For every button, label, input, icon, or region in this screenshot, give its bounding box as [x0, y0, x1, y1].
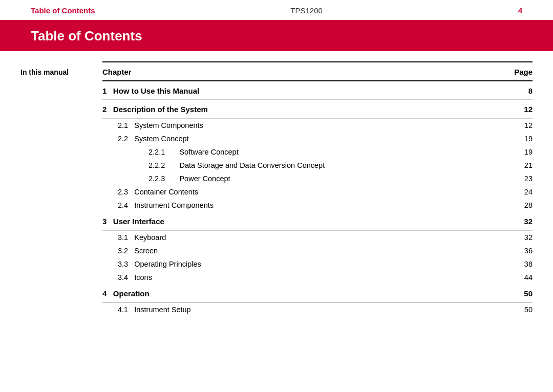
ch2-2-1-title: 2.2.1 Software Concept [102, 148, 239, 156]
ch3-2-title: 3.2 Screen [102, 247, 158, 255]
ch2-1-page: 12 [512, 121, 533, 129]
ch2-2-3-title: 2.2.3 Power Concept [102, 175, 230, 183]
ch3-1-page: 32 [512, 233, 533, 242]
ch2-2-1-page: 19 [512, 148, 533, 156]
toc-entry-ch2[interactable]: 2 Description of the System 12 [102, 100, 533, 118]
toc-entry-ch3-2[interactable]: 3.2 Screen 36 [102, 244, 533, 257]
toc-entry-ch2-3[interactable]: 2.3 Container Contents 24 [102, 185, 533, 199]
ch1-title: 1 How to Use this Manual [102, 86, 199, 95]
ch4-1-page: 50 [512, 306, 533, 314]
toc-entry-ch2-4[interactable]: 2.4 Instrument Components 28 [102, 199, 533, 212]
toc-entry-ch1[interactable]: 1 How to Use this Manual 8 [102, 81, 533, 100]
ch3-4-page: 44 [512, 273, 533, 281]
ch2-2-3-page: 23 [512, 175, 533, 183]
toc-table: Chapter Page 1 How to Use this Manual 8 … [102, 51, 533, 316]
ch2-3-page: 24 [512, 188, 533, 196]
header-center: TPS1200 [290, 6, 323, 15]
toc-entry-ch3-3[interactable]: 3.3 Operating Principles 38 [102, 257, 533, 271]
toc-entry-ch3-1[interactable]: 3.1 Keyboard 32 [102, 231, 533, 244]
ch3-3-title: 3.3 Operating Principles [102, 260, 201, 268]
toc-entry-ch2-1[interactable]: 2.1 System Components 12 [102, 119, 533, 132]
chapter4-group: 4 Operation 50 4.1 Instrument Setup 50 [102, 284, 533, 316]
ch2-2-title: 2.2 System Concept [102, 135, 189, 143]
header-right: 4 [518, 6, 522, 15]
toc-entry-ch2-2-1[interactable]: 2.2.1 Software Concept 19 [102, 145, 533, 159]
col-header-row: Chapter Page [102, 61, 533, 81]
page-header: Table of Contents TPS1200 4 [0, 0, 553, 21]
toc-entry-ch2-2-2[interactable]: 2.2.2 Data Storage and Data Conversion C… [102, 159, 533, 172]
ch2-3-title: 2.3 Container Contents [102, 188, 198, 196]
toc-entry-ch2-2[interactable]: 2.2 System Concept 19 [102, 132, 533, 145]
ch3-2-page: 36 [512, 247, 533, 255]
ch2-page: 12 [512, 105, 533, 114]
ch3-1-title: 3.1 Keyboard [102, 233, 166, 242]
title-banner: Table of Contents [0, 21, 553, 51]
toc-entry-ch3[interactable]: 3 User Interface 32 [102, 212, 533, 230]
chapter2-group: 2 Description of the System 12 2.1 Syste… [102, 100, 533, 212]
ch1-page: 8 [512, 86, 533, 95]
ch2-4-page: 28 [512, 201, 533, 209]
ch2-2-2-page: 21 [512, 161, 533, 169]
ch2-2-2-title: 2.2.2 Data Storage and Data Conversion C… [102, 161, 325, 169]
ch3-page: 32 [512, 217, 533, 226]
ch4-page: 50 [512, 289, 533, 298]
col-chapter-header: Chapter [102, 68, 132, 76]
ch2-children: 2.1 System Components 12 2.2 System Conc… [102, 118, 533, 212]
ch2-4-title: 2.4 Instrument Components [102, 201, 214, 209]
ch3-4-title: 3.4 Icons [102, 273, 152, 281]
content-area: In this manual Chapter Page 1 How to Use… [0, 51, 553, 316]
ch4-1-title: 4.1 Instrument Setup [102, 306, 191, 314]
in-this-manual-label: In this manual [20, 68, 69, 76]
toc-entry-ch2-2-3[interactable]: 2.2.3 Power Concept 23 [102, 172, 533, 185]
page-title: Table of Contents [31, 28, 522, 44]
header-left: Table of Contents [31, 6, 95, 15]
ch2-title: 2 Description of the System [102, 105, 208, 114]
ch3-title: 3 User Interface [102, 217, 164, 226]
toc-entry-ch4[interactable]: 4 Operation 50 [102, 284, 533, 302]
toc-entry-ch3-4[interactable]: 3.4 Icons 44 [102, 271, 533, 284]
ch2-1-title: 2.1 System Components [102, 121, 203, 129]
left-label: In this manual [20, 51, 102, 316]
ch2-2-page: 19 [512, 135, 533, 143]
ch4-children: 4.1 Instrument Setup 50 [102, 302, 533, 316]
ch3-children: 3.1 Keyboard 32 3.2 Screen 36 3.3 Operat… [102, 230, 533, 284]
toc-entry-ch4-1[interactable]: 4.1 Instrument Setup 50 [102, 303, 533, 316]
chapter3-group: 3 User Interface 32 3.1 Keyboard 32 3.2 … [102, 212, 533, 284]
page-wrapper: Table of Contents TPS1200 4 Table of Con… [0, 0, 553, 392]
ch4-title: 4 Operation [102, 289, 150, 298]
col-page-header: Page [514, 68, 533, 76]
ch3-3-page: 38 [512, 260, 533, 268]
